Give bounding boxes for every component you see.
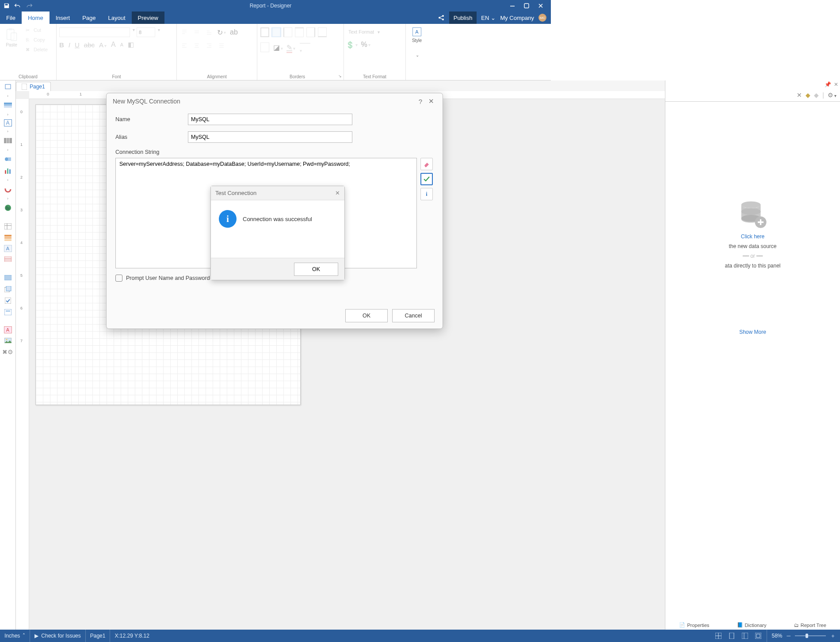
svg-rect-23 <box>4 235 11 237</box>
tool-band-icon[interactable] <box>2 101 14 110</box>
align-left-button[interactable] <box>179 41 189 50</box>
style-icon[interactable]: A <box>412 27 421 36</box>
page-tab[interactable]: Page1 <box>16 82 51 91</box>
prompt-credentials-checkbox[interactable] <box>115 275 122 282</box>
test-connection-button[interactable] <box>420 173 433 185</box>
close-icon[interactable] <box>537 2 545 10</box>
percent-button[interactable]: %▾ <box>361 40 370 50</box>
tool-gauge-icon[interactable] <box>2 185 14 194</box>
language-selector[interactable]: EN⌄ <box>481 15 496 21</box>
chevron-down-icon[interactable]: ⌄ <box>415 53 419 57</box>
eraser-button[interactable] <box>420 158 433 170</box>
tab-home[interactable]: Home <box>22 11 50 24</box>
clear-format-button[interactable]: ◧ <box>128 41 134 49</box>
align-bottom-button[interactable] <box>204 27 214 37</box>
cut-button[interactable]: ✂Cut <box>22 26 50 34</box>
border-bottom-button[interactable] <box>317 27 327 37</box>
border-none-button[interactable] <box>271 27 281 37</box>
chevron-right-icon[interactable]: › <box>7 112 8 117</box>
delete-button[interactable]: ✖Delete <box>22 45 50 54</box>
share-icon[interactable] <box>438 14 445 21</box>
border-color-button[interactable]: ✎▾ <box>286 43 295 52</box>
copy-button[interactable]: ⎘Copy <box>22 35 50 44</box>
dialog-launcher-icon[interactable]: ↘ <box>338 74 342 78</box>
tool-clone-icon[interactable] <box>2 285 14 294</box>
align-middle-button[interactable] <box>192 27 202 37</box>
currency-button[interactable]: 💲▾ <box>347 40 356 50</box>
chevron-right-icon[interactable]: › <box>7 196 8 201</box>
ruler-tick: 2 <box>20 175 23 180</box>
avatar[interactable]: MC <box>538 14 546 22</box>
company-label[interactable]: My Company <box>500 15 534 21</box>
ok-button[interactable]: OK <box>294 263 338 276</box>
wrap-text-button[interactable]: ab <box>229 27 239 37</box>
chevron-right-icon[interactable]: › <box>7 178 8 182</box>
font-name-input[interactable] <box>59 27 130 37</box>
group-label-clipboard: Clipboard <box>0 74 56 79</box>
border-top-button[interactable] <box>294 27 304 37</box>
paste-button[interactable]: Paste <box>3 26 20 49</box>
tool-map-icon[interactable] <box>2 203 14 212</box>
border-left-button[interactable] <box>283 27 293 37</box>
file-menu[interactable]: File <box>0 11 22 24</box>
tool-shape-icon[interactable] <box>2 155 14 164</box>
minimize-icon[interactable] <box>508 2 516 10</box>
tab-layout[interactable]: Layout <box>102 11 132 24</box>
name-input[interactable] <box>188 114 352 125</box>
tab-insert[interactable]: Insert <box>50 11 76 24</box>
tool-text-icon[interactable]: A <box>4 119 12 126</box>
align-top-button[interactable] <box>179 27 189 37</box>
bold-button[interactable]: B <box>59 41 64 49</box>
font-color-button[interactable]: A▾ <box>99 41 107 49</box>
help-icon[interactable]: ? <box>415 98 426 105</box>
tool-table2-icon[interactable] <box>2 255 14 264</box>
underline-button[interactable]: U <box>75 41 80 49</box>
tool-crosstab-icon[interactable] <box>2 222 14 231</box>
rotate-button[interactable]: ↻▾ <box>217 27 226 37</box>
cancel-button[interactable]: Cancel <box>392 309 435 322</box>
save-icon[interactable] <box>4 3 10 9</box>
tool-chart-icon[interactable] <box>2 166 14 175</box>
strikethrough-button[interactable]: abc <box>84 41 95 49</box>
chevron-down-icon[interactable]: ▾ <box>132 27 135 37</box>
shrink-font-button[interactable]: A <box>120 42 123 47</box>
shadow-button[interactable] <box>260 42 270 52</box>
tool-checkbox-icon[interactable] <box>2 296 14 305</box>
close-icon[interactable]: ✕ <box>426 97 436 105</box>
italic-button[interactable]: I <box>69 41 70 49</box>
tool-settings-icon[interactable]: ✖⚙ <box>2 348 14 356</box>
tool-pointer-icon[interactable] <box>2 82 14 91</box>
tool-table-icon[interactable] <box>2 233 14 242</box>
chevron-right-icon[interactable]: › <box>7 94 8 98</box>
border-all-button[interactable] <box>260 27 270 37</box>
redo-icon[interactable] <box>26 3 33 9</box>
close-icon[interactable]: ✕ <box>335 190 340 196</box>
border-right-button[interactable] <box>306 27 316 37</box>
tool-image-icon[interactable] <box>2 336 14 345</box>
tool-subreport-icon[interactable] <box>2 308 14 317</box>
maximize-icon[interactable] <box>523 2 531 10</box>
publish-button[interactable]: Publish <box>449 11 477 24</box>
chevron-right-icon[interactable]: › <box>7 129 8 134</box>
chevron-right-icon[interactable]: › <box>7 148 8 152</box>
align-right-button[interactable] <box>204 41 214 50</box>
svg-rect-26 <box>4 256 11 262</box>
justify-button[interactable] <box>217 41 226 50</box>
grow-font-button[interactable]: A <box>111 41 116 49</box>
ok-button[interactable]: OK <box>345 309 388 322</box>
text-format-button[interactable]: Text Format▾ <box>347 28 382 35</box>
info-button[interactable]: i <box>420 188 433 200</box>
border-style-button[interactable]: ▾ <box>299 41 311 54</box>
fill-color-button[interactable]: ◪▾ <box>273 43 283 52</box>
tool-panel-icon[interactable] <box>2 273 14 282</box>
tab-preview[interactable]: Preview <box>132 11 164 24</box>
tool-zipcode-icon[interactable]: A <box>4 326 12 333</box>
undo-icon[interactable] <box>14 3 21 9</box>
tool-barcode-icon[interactable] <box>2 136 14 145</box>
tab-page[interactable]: Page <box>76 11 102 24</box>
font-size-input[interactable] <box>137 27 155 37</box>
align-center-button[interactable] <box>192 41 202 50</box>
tool-richtext-icon[interactable]: A <box>4 245 12 252</box>
alias-input[interactable] <box>188 131 352 143</box>
chevron-down-icon[interactable]: ▾ <box>157 27 160 37</box>
